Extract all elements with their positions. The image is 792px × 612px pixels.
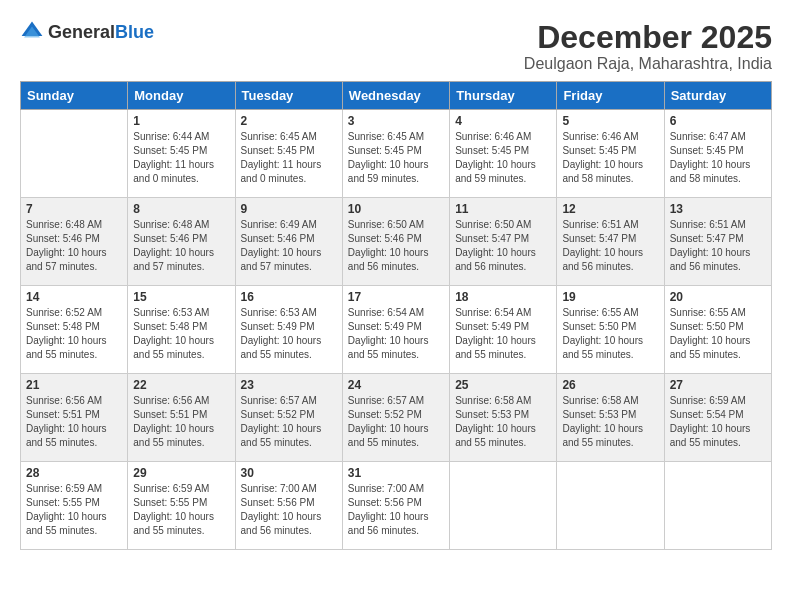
calendar-cell: 21Sunrise: 6:56 AM Sunset: 5:51 PM Dayli… [21, 374, 128, 462]
calendar-cell: 28Sunrise: 6:59 AM Sunset: 5:55 PM Dayli… [21, 462, 128, 550]
day-info: Sunrise: 6:59 AM Sunset: 5:55 PM Dayligh… [133, 482, 229, 538]
calendar-cell: 26Sunrise: 6:58 AM Sunset: 5:53 PM Dayli… [557, 374, 664, 462]
day-number: 25 [455, 378, 551, 392]
calendar-cell: 14Sunrise: 6:52 AM Sunset: 5:48 PM Dayli… [21, 286, 128, 374]
day-number: 17 [348, 290, 444, 304]
weekday-header-monday: Monday [128, 82, 235, 110]
day-info: Sunrise: 6:55 AM Sunset: 5:50 PM Dayligh… [670, 306, 766, 362]
day-info: Sunrise: 7:00 AM Sunset: 5:56 PM Dayligh… [241, 482, 337, 538]
calendar-cell: 8Sunrise: 6:48 AM Sunset: 5:46 PM Daylig… [128, 198, 235, 286]
day-number: 21 [26, 378, 122, 392]
logo-text-blue: Blue [115, 22, 154, 42]
calendar-table: SundayMondayTuesdayWednesdayThursdayFrid… [20, 81, 772, 550]
calendar-cell [450, 462, 557, 550]
day-number: 23 [241, 378, 337, 392]
day-info: Sunrise: 6:58 AM Sunset: 5:53 PM Dayligh… [562, 394, 658, 450]
day-info: Sunrise: 6:55 AM Sunset: 5:50 PM Dayligh… [562, 306, 658, 362]
day-number: 24 [348, 378, 444, 392]
day-info: Sunrise: 6:46 AM Sunset: 5:45 PM Dayligh… [562, 130, 658, 186]
logo-icon [20, 20, 44, 44]
calendar-cell: 2Sunrise: 6:45 AM Sunset: 5:45 PM Daylig… [235, 110, 342, 198]
day-info: Sunrise: 6:53 AM Sunset: 5:48 PM Dayligh… [133, 306, 229, 362]
day-number: 19 [562, 290, 658, 304]
day-info: Sunrise: 6:51 AM Sunset: 5:47 PM Dayligh… [670, 218, 766, 274]
calendar-cell: 1Sunrise: 6:44 AM Sunset: 5:45 PM Daylig… [128, 110, 235, 198]
day-number: 27 [670, 378, 766, 392]
weekday-header-sunday: Sunday [21, 82, 128, 110]
location-title: Deulgaon Raja, Maharashtra, India [524, 55, 772, 73]
calendar-cell: 19Sunrise: 6:55 AM Sunset: 5:50 PM Dayli… [557, 286, 664, 374]
day-info: Sunrise: 6:59 AM Sunset: 5:54 PM Dayligh… [670, 394, 766, 450]
day-number: 18 [455, 290, 551, 304]
day-number: 5 [562, 114, 658, 128]
calendar-week-row: 14Sunrise: 6:52 AM Sunset: 5:48 PM Dayli… [21, 286, 772, 374]
day-number: 29 [133, 466, 229, 480]
calendar-cell: 16Sunrise: 6:53 AM Sunset: 5:49 PM Dayli… [235, 286, 342, 374]
calendar-cell: 27Sunrise: 6:59 AM Sunset: 5:54 PM Dayli… [664, 374, 771, 462]
calendar-cell: 13Sunrise: 6:51 AM Sunset: 5:47 PM Dayli… [664, 198, 771, 286]
day-number: 22 [133, 378, 229, 392]
calendar-cell: 4Sunrise: 6:46 AM Sunset: 5:45 PM Daylig… [450, 110, 557, 198]
day-info: Sunrise: 6:45 AM Sunset: 5:45 PM Dayligh… [348, 130, 444, 186]
day-number: 26 [562, 378, 658, 392]
weekday-header-wednesday: Wednesday [342, 82, 449, 110]
day-number: 8 [133, 202, 229, 216]
calendar-cell: 24Sunrise: 6:57 AM Sunset: 5:52 PM Dayli… [342, 374, 449, 462]
day-info: Sunrise: 6:49 AM Sunset: 5:46 PM Dayligh… [241, 218, 337, 274]
day-info: Sunrise: 6:59 AM Sunset: 5:55 PM Dayligh… [26, 482, 122, 538]
day-number: 31 [348, 466, 444, 480]
calendar-week-row: 1Sunrise: 6:44 AM Sunset: 5:45 PM Daylig… [21, 110, 772, 198]
calendar-cell: 12Sunrise: 6:51 AM Sunset: 5:47 PM Dayli… [557, 198, 664, 286]
day-info: Sunrise: 7:00 AM Sunset: 5:56 PM Dayligh… [348, 482, 444, 538]
day-info: Sunrise: 6:57 AM Sunset: 5:52 PM Dayligh… [348, 394, 444, 450]
day-info: Sunrise: 6:56 AM Sunset: 5:51 PM Dayligh… [133, 394, 229, 450]
weekday-header-tuesday: Tuesday [235, 82, 342, 110]
calendar-cell [664, 462, 771, 550]
day-number: 30 [241, 466, 337, 480]
calendar-week-row: 7Sunrise: 6:48 AM Sunset: 5:46 PM Daylig… [21, 198, 772, 286]
calendar-cell: 25Sunrise: 6:58 AM Sunset: 5:53 PM Dayli… [450, 374, 557, 462]
calendar-week-row: 21Sunrise: 6:56 AM Sunset: 5:51 PM Dayli… [21, 374, 772, 462]
day-number: 2 [241, 114, 337, 128]
page-header: GeneralBlue December 2025 Deulgaon Raja,… [20, 20, 772, 73]
calendar-cell: 10Sunrise: 6:50 AM Sunset: 5:46 PM Dayli… [342, 198, 449, 286]
day-info: Sunrise: 6:48 AM Sunset: 5:46 PM Dayligh… [133, 218, 229, 274]
day-number: 16 [241, 290, 337, 304]
day-info: Sunrise: 6:51 AM Sunset: 5:47 PM Dayligh… [562, 218, 658, 274]
calendar-cell: 3Sunrise: 6:45 AM Sunset: 5:45 PM Daylig… [342, 110, 449, 198]
calendar-cell: 9Sunrise: 6:49 AM Sunset: 5:46 PM Daylig… [235, 198, 342, 286]
day-info: Sunrise: 6:52 AM Sunset: 5:48 PM Dayligh… [26, 306, 122, 362]
day-info: Sunrise: 6:45 AM Sunset: 5:45 PM Dayligh… [241, 130, 337, 186]
calendar-week-row: 28Sunrise: 6:59 AM Sunset: 5:55 PM Dayli… [21, 462, 772, 550]
calendar-cell: 5Sunrise: 6:46 AM Sunset: 5:45 PM Daylig… [557, 110, 664, 198]
calendar-cell: 11Sunrise: 6:50 AM Sunset: 5:47 PM Dayli… [450, 198, 557, 286]
day-number: 13 [670, 202, 766, 216]
calendar-cell: 30Sunrise: 7:00 AM Sunset: 5:56 PM Dayli… [235, 462, 342, 550]
day-info: Sunrise: 6:54 AM Sunset: 5:49 PM Dayligh… [348, 306, 444, 362]
day-number: 4 [455, 114, 551, 128]
day-number: 11 [455, 202, 551, 216]
day-info: Sunrise: 6:48 AM Sunset: 5:46 PM Dayligh… [26, 218, 122, 274]
day-number: 1 [133, 114, 229, 128]
day-info: Sunrise: 6:54 AM Sunset: 5:49 PM Dayligh… [455, 306, 551, 362]
logo: GeneralBlue [20, 20, 154, 44]
day-info: Sunrise: 6:58 AM Sunset: 5:53 PM Dayligh… [455, 394, 551, 450]
day-number: 20 [670, 290, 766, 304]
calendar-cell: 7Sunrise: 6:48 AM Sunset: 5:46 PM Daylig… [21, 198, 128, 286]
day-number: 9 [241, 202, 337, 216]
day-number: 15 [133, 290, 229, 304]
month-title: December 2025 [524, 20, 772, 55]
day-info: Sunrise: 6:47 AM Sunset: 5:45 PM Dayligh… [670, 130, 766, 186]
weekday-header-thursday: Thursday [450, 82, 557, 110]
day-number: 14 [26, 290, 122, 304]
day-number: 12 [562, 202, 658, 216]
calendar-cell: 15Sunrise: 6:53 AM Sunset: 5:48 PM Dayli… [128, 286, 235, 374]
day-number: 6 [670, 114, 766, 128]
calendar-cell: 17Sunrise: 6:54 AM Sunset: 5:49 PM Dayli… [342, 286, 449, 374]
weekday-header-friday: Friday [557, 82, 664, 110]
day-number: 3 [348, 114, 444, 128]
calendar-cell: 23Sunrise: 6:57 AM Sunset: 5:52 PM Dayli… [235, 374, 342, 462]
day-number: 7 [26, 202, 122, 216]
calendar-cell: 6Sunrise: 6:47 AM Sunset: 5:45 PM Daylig… [664, 110, 771, 198]
calendar-cell: 20Sunrise: 6:55 AM Sunset: 5:50 PM Dayli… [664, 286, 771, 374]
